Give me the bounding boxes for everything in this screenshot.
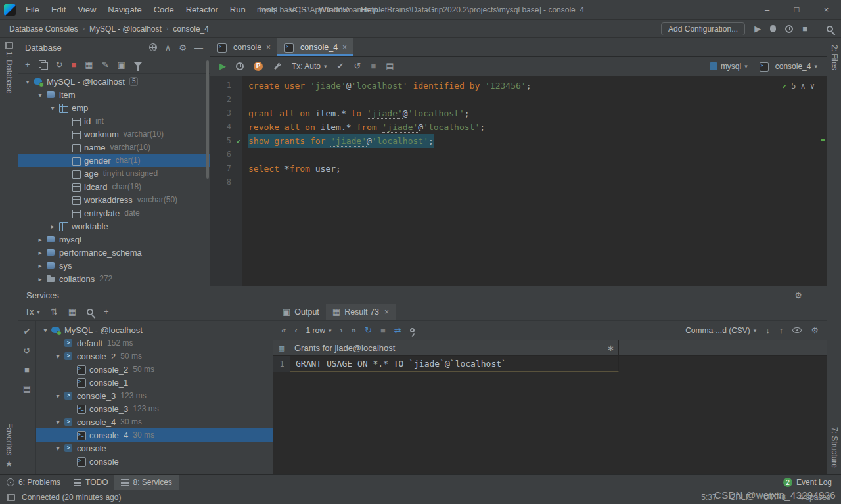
close-icon[interactable]: × — [342, 43, 347, 52]
tree-item-name[interactable]: namevarchar(10) — [18, 141, 210, 154]
code-line-8[interactable] — [248, 175, 827, 189]
collapse-all-icon[interactable]: ∧ — [165, 43, 171, 52]
run-icon[interactable]: ▶ — [754, 24, 761, 33]
menu-file[interactable]: File — [20, 0, 45, 19]
chevron-right-icon[interactable]: ▸ — [35, 262, 45, 269]
pin-tab-icon[interactable] — [410, 328, 415, 332]
error-stripe[interactable] — [819, 76, 827, 286]
layout-icon[interactable]: ▤ — [23, 384, 31, 393]
tree-item-console_2[interactable]: console_250 ms — [36, 363, 273, 376]
commit-icon[interactable]: ✔ — [337, 62, 344, 70]
menu-run[interactable]: Run — [224, 0, 252, 19]
chevron-right-icon[interactable]: ▸ — [35, 236, 45, 243]
prev-problem-icon[interactable]: ∧ — [801, 80, 806, 93]
scroll-layout-icon[interactable]: ▤ — [386, 62, 394, 70]
result-row[interactable]: 1GRANT USAGE ON *.* TO `jiade`@`localhos… — [273, 356, 827, 372]
chevron-down-icon[interactable]: ▾ — [53, 392, 63, 400]
tree-item-console_2[interactable]: ▾console_250 ms — [36, 350, 273, 363]
refresh-icon[interactable]: ↻ — [56, 60, 63, 69]
stop-icon[interactable]: ■ — [802, 24, 807, 33]
tree-item-collations[interactable]: ▸collations272 — [18, 272, 210, 285]
code-line-6[interactable] — [248, 148, 827, 162]
next-page-icon[interactable]: › — [340, 326, 342, 334]
todo-toolwindow-button[interactable]: TODO — [67, 475, 114, 490]
breadcrumb-item[interactable]: console_4 — [171, 24, 210, 34]
chevron-down-icon[interactable]: ▾ — [53, 419, 63, 426]
tree-item-id[interactable]: idint — [18, 114, 210, 127]
tree-item-console_4[interactable]: console_430 ms — [36, 428, 273, 442]
tab-console-4[interactable]: console_4 × — [277, 38, 353, 56]
minimize-button[interactable]: – — [752, 0, 782, 19]
wrench-icon[interactable] — [273, 62, 282, 71]
filter-icon[interactable] — [134, 62, 142, 67]
add-configuration-button[interactable]: Add Configuration... — [661, 22, 745, 35]
first-page-icon[interactable]: « — [281, 326, 286, 334]
profiler-icon[interactable] — [785, 25, 793, 33]
commit-icon[interactable]: ✔ — [24, 327, 31, 336]
export-data-icon[interactable]: ↓ — [765, 326, 770, 334]
tree-item-gender[interactable]: genderchar(1) — [18, 154, 210, 167]
close-button[interactable]: × — [811, 0, 841, 19]
code-line-1[interactable]: create user 'jiade'@'localhost' identifi… — [248, 79, 827, 93]
rollback-icon[interactable]: ↺ — [24, 346, 31, 355]
stop-icon[interactable]: ■ — [380, 326, 386, 334]
view-options-icon[interactable] — [792, 327, 802, 333]
tree-item-workaddress[interactable]: workaddressvarchar(50) — [18, 193, 210, 206]
close-icon[interactable]: × — [266, 43, 271, 52]
menu-edit[interactable]: Edit — [45, 0, 72, 19]
tree-item-entrydate[interactable]: entrydatedate — [18, 206, 210, 219]
previous-page-icon[interactable]: ‹ — [294, 326, 297, 334]
page-size-select[interactable]: 1 row ▾ — [306, 326, 332, 335]
chevron-right-icon[interactable]: ▸ — [35, 275, 45, 283]
tree-item-console[interactable]: ▾console — [36, 442, 273, 455]
breadcrumb-item[interactable]: MySQL - @localhost — [88, 24, 163, 34]
code-line-5[interactable]: show grants for 'jiade'@'localhost'; — [248, 134, 827, 148]
tab-output[interactable]: ▣ Output — [276, 304, 326, 320]
favorites-star-icon[interactable]: ★ — [5, 459, 13, 468]
export-format-select[interactable]: Comma-...d (CSV) ▾ — [685, 326, 756, 335]
history-icon[interactable] — [236, 62, 244, 70]
add-service-icon[interactable]: + — [104, 308, 109, 316]
group-by-icon[interactable]: ▦ — [68, 308, 76, 316]
tree-item-console_3[interactable]: ▾console_3123 ms — [36, 389, 273, 402]
tx-filter-select[interactable]: Tx ▾ — [25, 308, 40, 317]
tree-item-mysql-localhost[interactable]: ▾MySQL - @localhost5 — [18, 75, 210, 88]
expand-collapse-icon[interactable]: ⇅ — [51, 308, 58, 316]
result-column-header[interactable]: Grants for jiade@localhost ∗ — [290, 340, 619, 355]
datasource-select[interactable]: mysql ▾ — [710, 62, 748, 71]
tab-result[interactable]: ▦ Result 73 × — [326, 304, 396, 320]
database-scrollbar[interactable] — [206, 60, 209, 179]
diagram-icon[interactable]: ▣ — [118, 60, 125, 69]
duplicate-icon[interactable] — [39, 60, 47, 69]
event-log-button[interactable]: 2 Event Log — [783, 478, 841, 487]
inspection-widget[interactable]: ✔ 5 ∧ ∨ — [783, 80, 815, 93]
tree-item-default[interactable]: default152 ms — [36, 336, 273, 350]
chevron-down-icon[interactable]: ▾ — [22, 78, 33, 85]
tab-console[interactable]: console × — [210, 38, 277, 56]
chevron-down-icon[interactable]: ▾ — [47, 104, 58, 112]
debug-icon[interactable] — [770, 25, 776, 32]
menu-navigate[interactable]: Navigate — [102, 0, 147, 19]
tree-item-sys[interactable]: ▸sys — [18, 259, 210, 272]
connection-status[interactable]: Connected (20 minutes ago) — [22, 493, 121, 502]
last-page-icon[interactable]: » — [352, 326, 356, 334]
compare-icon[interactable]: ⇄ — [394, 326, 401, 334]
services-toolwindow-button[interactable]: 8: Services — [114, 475, 178, 490]
search-icon[interactable] — [87, 309, 93, 315]
execute-icon[interactable]: ▶ — [219, 61, 226, 71]
stop-icon[interactable]: ■ — [24, 365, 30, 374]
chevron-right-icon[interactable]: ▸ — [47, 223, 58, 230]
problems-toolwindow-button[interactable]: 6: Problems — [0, 475, 67, 490]
code-line-3[interactable]: grant all on item.* to 'jiade'@'localhos… — [248, 106, 827, 120]
tree-item-console[interactable]: console — [36, 455, 273, 468]
breadcrumb-item[interactable]: Database Consoles — [8, 24, 80, 34]
import-data-icon[interactable]: ↑ — [779, 326, 784, 334]
search-everywhere-icon[interactable] — [827, 26, 833, 32]
favorites-toolwindow-button[interactable]: Favorites — [5, 423, 14, 455]
grid-corner-icon[interactable]: ▦ — [273, 340, 290, 355]
tx-mode-select[interactable]: Tx: Auto ▾ — [292, 62, 327, 71]
next-problem-icon[interactable]: ∨ — [810, 80, 815, 93]
gear-icon[interactable]: ⚙ — [794, 291, 802, 300]
data-source-properties-icon[interactable] — [149, 43, 157, 51]
chevron-right-icon[interactable]: ▸ — [35, 249, 45, 256]
